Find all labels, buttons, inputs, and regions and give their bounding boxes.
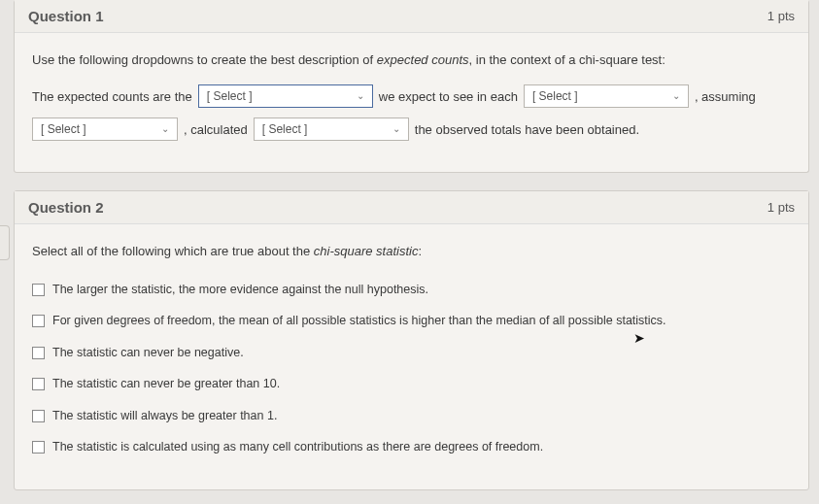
q2-prompt-text-a: Select all of the following which are tr… bbox=[32, 244, 314, 258]
chevron-down-icon: ⌄ bbox=[357, 87, 364, 105]
question-2-card: Question 2 1 pts Select all of the follo… bbox=[14, 190, 809, 489]
question-2-body: Select all of the following which are tr… bbox=[15, 224, 808, 488]
q2-prompt: Select all of the following which are tr… bbox=[32, 240, 791, 262]
q2-option-3-label: The statistic can never be negative. bbox=[52, 342, 244, 364]
checkbox-icon[interactable] bbox=[32, 410, 45, 422]
q2-option-2-label: For given degrees of freedom, the mean o… bbox=[52, 310, 666, 332]
q2-option-1-label: The larger the statistic, the more evide… bbox=[52, 279, 428, 301]
q2-option-2[interactable]: For given degrees of freedom, the mean o… bbox=[32, 310, 791, 332]
q1-dd1-label: [ Select ] bbox=[207, 86, 253, 108]
question-2-header: Question 2 1 pts bbox=[15, 191, 808, 224]
q1-text-1c: , assuming bbox=[695, 85, 756, 108]
q1-text-1a: The expected counts are the bbox=[32, 85, 192, 108]
q2-option-4-label: The statistic can never be greater than … bbox=[52, 373, 280, 395]
q2-options: The larger the statistic, the more evide… bbox=[32, 279, 791, 458]
q1-prompt-em: expected counts bbox=[377, 52, 469, 67]
q1-prompt: Use the following dropdowns to create th… bbox=[32, 49, 791, 71]
question-1-points: 1 pts bbox=[768, 9, 795, 23]
checkbox-icon[interactable] bbox=[32, 315, 45, 327]
q1-dd2-label: [ Select ] bbox=[532, 86, 578, 108]
question-2-points: 1 pts bbox=[768, 200, 795, 215]
q1-dd3-label: [ Select ] bbox=[41, 119, 86, 141]
question-2-title: Question 2 bbox=[28, 199, 104, 216]
checkbox-icon[interactable] bbox=[32, 284, 45, 296]
q1-line1: The expected counts are the [ Select ] ⌄… bbox=[32, 84, 791, 108]
q2-option-6[interactable]: The statistic is calculated using as man… bbox=[32, 436, 791, 458]
q1-prompt-text-b: , in the context of a chi-square test: bbox=[469, 52, 665, 67]
q1-dd4-label: [ Select ] bbox=[262, 119, 308, 141]
q1-line2: [ Select ] ⌄ , calculated [ Select ] ⌄ t… bbox=[32, 118, 791, 141]
q1-prompt-text-a: Use the following dropdowns to create th… bbox=[32, 52, 377, 67]
q2-option-5[interactable]: The statistic will always be greater tha… bbox=[32, 405, 791, 427]
chevron-down-icon: ⌄ bbox=[392, 120, 400, 138]
q2-prompt-text-b: : bbox=[418, 244, 422, 258]
side-handle[interactable] bbox=[0, 225, 10, 260]
checkbox-icon[interactable] bbox=[32, 378, 45, 390]
q1-text-2b: the observed totals have been obtained. bbox=[415, 118, 639, 141]
question-1-title: Question 1 bbox=[28, 8, 104, 24]
q2-option-1[interactable]: The larger the statistic, the more evide… bbox=[32, 279, 791, 301]
q1-dropdown-4[interactable]: [ Select ] ⌄ bbox=[254, 118, 409, 141]
q1-text-2a: , calculated bbox=[184, 118, 248, 141]
q1-dropdown-3[interactable]: [ Select ] ⌄ bbox=[32, 118, 178, 141]
q2-option-6-label: The statistic is calculated using as man… bbox=[52, 436, 543, 458]
question-1-body: Use the following dropdowns to create th… bbox=[15, 33, 808, 172]
q2-prompt-em: chi-square statistic bbox=[314, 244, 419, 258]
q1-text-1b: we expect to see in each bbox=[379, 85, 518, 108]
checkbox-icon[interactable] bbox=[32, 441, 45, 454]
question-1-header: Question 1 1 pts bbox=[15, 0, 808, 33]
q1-dropdown-1[interactable]: [ Select ] ⌄ bbox=[198, 84, 373, 108]
q2-option-3[interactable]: The statistic can never be negative. bbox=[32, 342, 791, 364]
chevron-down-icon: ⌄ bbox=[161, 120, 169, 138]
q1-dropdown-2[interactable]: [ Select ] ⌄ bbox=[524, 84, 689, 108]
q2-option-5-label: The statistic will always be greater tha… bbox=[52, 405, 277, 427]
chevron-down-icon: ⌄ bbox=[672, 87, 680, 105]
q2-option-4[interactable]: The statistic can never be greater than … bbox=[32, 373, 791, 395]
checkbox-icon[interactable] bbox=[32, 347, 45, 359]
question-1-card: Question 1 1 pts Use the following dropd… bbox=[14, 0, 809, 173]
